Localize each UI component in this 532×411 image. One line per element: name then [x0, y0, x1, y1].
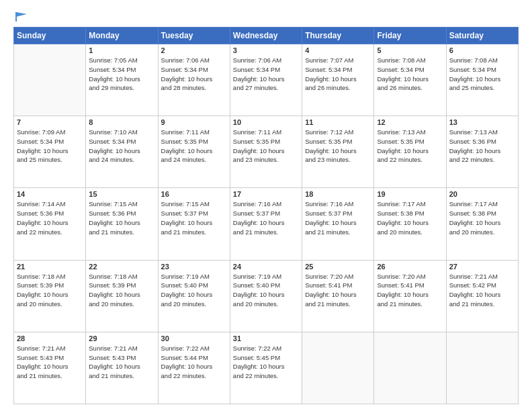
day-number: 4: [305, 46, 371, 54]
weekday-header-saturday: Saturday: [446, 28, 518, 44]
calendar-cell: 30Sunrise: 7:22 AMSunset: 5:44 PMDayligh…: [158, 332, 230, 404]
day-info: Sunrise: 7:13 AMSunset: 5:36 PMDaylight:…: [449, 128, 515, 165]
day-number: 14: [17, 190, 83, 198]
week-row-1: 1Sunrise: 7:05 AMSunset: 5:34 PMDaylight…: [14, 44, 519, 116]
day-info: Sunrise: 7:22 AMSunset: 5:45 PMDaylight:…: [233, 344, 299, 381]
calendar-cell: 22Sunrise: 7:18 AMSunset: 5:39 PMDayligh…: [86, 260, 158, 332]
day-number: 6: [449, 46, 515, 54]
weekday-header-friday: Friday: [374, 28, 446, 44]
day-number: 1: [89, 46, 154, 54]
calendar-cell: 8Sunrise: 7:10 AMSunset: 5:34 PMDaylight…: [86, 116, 158, 188]
day-info: Sunrise: 7:19 AMSunset: 5:40 PMDaylight:…: [233, 272, 299, 309]
day-number: 18: [305, 190, 371, 198]
day-info: Sunrise: 7:20 AMSunset: 5:41 PMDaylight:…: [377, 272, 443, 309]
calendar-cell: 10Sunrise: 7:11 AMSunset: 5:35 PMDayligh…: [230, 116, 302, 188]
day-info: Sunrise: 7:15 AMSunset: 5:36 PMDaylight:…: [89, 199, 154, 236]
day-number: 9: [161, 118, 227, 126]
day-info: Sunrise: 7:15 AMSunset: 5:37 PMDaylight:…: [161, 199, 227, 236]
calendar-cell: [14, 44, 86, 116]
day-number: 23: [161, 263, 227, 271]
weekday-header-tuesday: Tuesday: [158, 28, 230, 44]
day-number: 12: [377, 118, 443, 126]
calendar-cell: 2Sunrise: 7:06 AMSunset: 5:34 PMDaylight…: [158, 44, 230, 116]
calendar-cell: 17Sunrise: 7:16 AMSunset: 5:37 PMDayligh…: [230, 188, 302, 260]
calendar-cell: 28Sunrise: 7:21 AMSunset: 5:43 PMDayligh…: [14, 332, 86, 404]
day-number: 26: [377, 263, 443, 271]
calendar-cell: [302, 332, 374, 404]
day-info: Sunrise: 7:18 AMSunset: 5:39 PMDaylight:…: [89, 272, 154, 309]
day-number: 2: [161, 46, 227, 54]
logo-flag-icon: [15, 11, 28, 23]
day-info: Sunrise: 7:08 AMSunset: 5:34 PMDaylight:…: [377, 56, 443, 93]
day-info: Sunrise: 7:21 AMSunset: 5:43 PMDaylight:…: [89, 344, 154, 381]
day-number: 7: [17, 118, 83, 126]
calendar-cell: 11Sunrise: 7:12 AMSunset: 5:35 PMDayligh…: [302, 116, 374, 188]
calendar-cell: 14Sunrise: 7:14 AMSunset: 5:36 PMDayligh…: [14, 188, 86, 260]
day-info: Sunrise: 7:21 AMSunset: 5:43 PMDaylight:…: [17, 344, 83, 381]
day-number: 3: [233, 46, 299, 54]
day-info: Sunrise: 7:14 AMSunset: 5:36 PMDaylight:…: [17, 199, 83, 236]
weekday-header-thursday: Thursday: [302, 28, 374, 44]
day-number: 20: [449, 190, 515, 198]
calendar-cell: 20Sunrise: 7:17 AMSunset: 5:38 PMDayligh…: [446, 188, 518, 260]
day-number: 19: [377, 190, 443, 198]
day-info: Sunrise: 7:12 AMSunset: 5:35 PMDaylight:…: [305, 128, 371, 165]
day-info: Sunrise: 7:06 AMSunset: 5:34 PMDaylight:…: [233, 56, 299, 93]
svg-marker-0: [16, 12, 27, 17]
day-number: 29: [89, 334, 154, 342]
day-info: Sunrise: 7:07 AMSunset: 5:34 PMDaylight:…: [305, 56, 371, 93]
day-info: Sunrise: 7:09 AMSunset: 5:34 PMDaylight:…: [17, 128, 83, 165]
day-number: 17: [233, 190, 299, 198]
day-info: Sunrise: 7:21 AMSunset: 5:42 PMDaylight:…: [449, 272, 515, 309]
day-number: 27: [449, 263, 515, 271]
calendar-cell: 15Sunrise: 7:15 AMSunset: 5:36 PMDayligh…: [86, 188, 158, 260]
page: SundayMondayTuesdayWednesdayThursdayFrid…: [0, 0, 532, 411]
day-info: Sunrise: 7:20 AMSunset: 5:41 PMDaylight:…: [305, 272, 371, 309]
day-number: 15: [89, 190, 154, 198]
day-info: Sunrise: 7:22 AMSunset: 5:44 PMDaylight:…: [161, 344, 227, 381]
calendar-cell: 27Sunrise: 7:21 AMSunset: 5:42 PMDayligh…: [446, 260, 518, 332]
day-number: 22: [89, 263, 154, 271]
day-info: Sunrise: 7:10 AMSunset: 5:34 PMDaylight:…: [89, 128, 154, 165]
logo: [13, 12, 28, 20]
week-row-2: 7Sunrise: 7:09 AMSunset: 5:34 PMDaylight…: [14, 116, 519, 188]
calendar-cell: 29Sunrise: 7:21 AMSunset: 5:43 PMDayligh…: [86, 332, 158, 404]
calendar-cell: 25Sunrise: 7:20 AMSunset: 5:41 PMDayligh…: [302, 260, 374, 332]
day-info: Sunrise: 7:06 AMSunset: 5:34 PMDaylight:…: [161, 56, 227, 93]
day-number: 25: [305, 263, 371, 271]
day-info: Sunrise: 7:08 AMSunset: 5:34 PMDaylight:…: [449, 56, 515, 93]
day-info: Sunrise: 7:11 AMSunset: 5:35 PMDaylight:…: [161, 128, 227, 165]
header: [13, 12, 519, 20]
day-info: Sunrise: 7:19 AMSunset: 5:40 PMDaylight:…: [161, 272, 227, 309]
day-number: 13: [449, 118, 515, 126]
day-info: Sunrise: 7:16 AMSunset: 5:37 PMDaylight:…: [305, 199, 371, 236]
day-number: 28: [17, 334, 83, 342]
calendar-cell: 26Sunrise: 7:20 AMSunset: 5:41 PMDayligh…: [374, 260, 446, 332]
week-row-5: 28Sunrise: 7:21 AMSunset: 5:43 PMDayligh…: [14, 332, 519, 404]
day-info: Sunrise: 7:17 AMSunset: 5:38 PMDaylight:…: [449, 199, 515, 236]
day-info: Sunrise: 7:13 AMSunset: 5:35 PMDaylight:…: [377, 128, 443, 165]
day-info: Sunrise: 7:16 AMSunset: 5:37 PMDaylight:…: [233, 199, 299, 236]
day-info: Sunrise: 7:05 AMSunset: 5:34 PMDaylight:…: [89, 56, 154, 93]
calendar-cell: 5Sunrise: 7:08 AMSunset: 5:34 PMDaylight…: [374, 44, 446, 116]
calendar-cell: 24Sunrise: 7:19 AMSunset: 5:40 PMDayligh…: [230, 260, 302, 332]
calendar-cell: 4Sunrise: 7:07 AMSunset: 5:34 PMDaylight…: [302, 44, 374, 116]
calendar-cell: 23Sunrise: 7:19 AMSunset: 5:40 PMDayligh…: [158, 260, 230, 332]
calendar-cell: 7Sunrise: 7:09 AMSunset: 5:34 PMDaylight…: [14, 116, 86, 188]
day-number: 21: [17, 263, 83, 271]
day-number: 11: [305, 118, 371, 126]
calendar-cell: [446, 332, 518, 404]
calendar-cell: 13Sunrise: 7:13 AMSunset: 5:36 PMDayligh…: [446, 116, 518, 188]
day-number: 24: [233, 263, 299, 271]
weekday-header-row: SundayMondayTuesdayWednesdayThursdayFrid…: [14, 28, 519, 44]
calendar-cell: 6Sunrise: 7:08 AMSunset: 5:34 PMDaylight…: [446, 44, 518, 116]
calendar-cell: 21Sunrise: 7:18 AMSunset: 5:39 PMDayligh…: [14, 260, 86, 332]
weekday-header-sunday: Sunday: [14, 28, 86, 44]
day-number: 10: [233, 118, 299, 126]
day-info: Sunrise: 7:17 AMSunset: 5:38 PMDaylight:…: [377, 199, 443, 236]
day-number: 5: [377, 46, 443, 54]
calendar-table: SundayMondayTuesdayWednesdayThursdayFrid…: [13, 27, 519, 404]
calendar-cell: [374, 332, 446, 404]
day-number: 30: [161, 334, 227, 342]
week-row-3: 14Sunrise: 7:14 AMSunset: 5:36 PMDayligh…: [14, 188, 519, 260]
